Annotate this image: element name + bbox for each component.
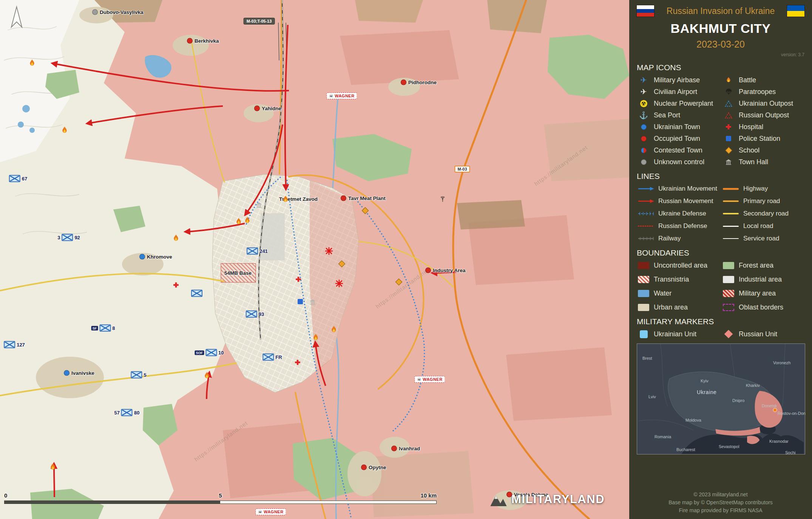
legend-label: School	[739, 146, 760, 154]
legend-label: Ukraine Defense	[658, 210, 706, 217]
legend-item-sea-port: ⚓Sea Port	[637, 111, 719, 119]
boundaries-grid: Uncontrolled areaForest areaTransnistria…	[637, 261, 804, 311]
legend-item-russian-unit: Russian Unit	[722, 330, 804, 338]
civilian-airport-icon: ✈	[637, 88, 650, 95]
nuclear-powerplant-icon: ☢	[637, 100, 650, 107]
map-area: https://militaryland.nethttps://military…	[0, 0, 629, 519]
legend-item-town-hall: Town Hall	[722, 158, 804, 166]
map-icons-heading: MAP ICONS	[637, 63, 804, 72]
brown-field	[457, 200, 525, 229]
legend-label: Ukrainian Town	[654, 123, 700, 131]
map-date: 2023-03-20	[637, 39, 804, 50]
boundaries-heading: BOUNDARIES	[637, 248, 804, 257]
page-title: Russian Invasion of Ukraine	[658, 6, 783, 16]
railway-icon	[637, 236, 655, 241]
transnistria-icon	[637, 276, 650, 283]
minimap-label: Kharkiv	[746, 383, 760, 388]
minimap-label: Romania	[655, 434, 671, 439]
legend-label: Railway	[658, 235, 681, 242]
uncontrolled-area-icon	[637, 262, 650, 269]
legend-item-secondary-road: Secondary road	[722, 209, 804, 218]
legend-label: Paratroopes	[739, 88, 776, 96]
secondary-road-icon	[722, 213, 740, 214]
legend-label: Transnistria	[654, 276, 689, 283]
unknown-control-icon	[637, 159, 650, 165]
military-markers-heading: MILITARY MARKERS	[637, 317, 804, 326]
oblast-borders-icon	[722, 304, 735, 311]
legend-label: Russian Unit	[739, 330, 777, 338]
legend-item-contested-town: Contested Town	[637, 146, 719, 154]
legend-item-ukrainian-unit: Ukrainian Unit	[637, 330, 719, 338]
legend-item-oblast-borders: Oblast borders	[722, 303, 804, 311]
legend-label: Civilian Airport	[654, 88, 697, 96]
russia-flag-icon	[637, 5, 654, 17]
legend-label: Unknown control	[654, 158, 704, 166]
legend-item-paratroopes: Paratroopes	[722, 88, 804, 96]
legend-item-nuclear-powerplant: ☢Nuclear Powerplant	[637, 99, 719, 108]
footer-credit: Base map by © OpenStreetMap contributors	[637, 499, 804, 507]
legend-item-russian-defense: Russian Defense	[637, 222, 719, 230]
minimap-label: Brest	[642, 356, 652, 360]
legend-label: Water	[654, 290, 672, 297]
scale-label-end: 10 km	[420, 492, 437, 499]
legend-item-ukrainian-movement: Ukrainian Movement	[637, 185, 719, 193]
urban-area-icon	[637, 304, 650, 311]
terrain-map	[0, 0, 629, 519]
scale-label-mid: 5	[219, 492, 222, 499]
map-scale-bar: 0 5 10 km	[4, 492, 437, 507]
legend-label: Police Station	[739, 135, 780, 143]
legend-label: Battle	[739, 76, 756, 84]
legend-item-local-road: Local road	[722, 222, 804, 230]
footer-credit: © 2023 militaryland.net	[637, 491, 804, 499]
russian-unit-icon	[722, 331, 735, 337]
russian-movement-icon	[637, 199, 655, 203]
minimap-label: Bucharest	[676, 447, 695, 452]
footer-credit: Fire map provided by FIRMS NASA	[637, 507, 804, 514]
legend-label: Russian Defense	[658, 222, 707, 230]
legend-label: Highway	[743, 185, 768, 193]
military-base-area	[221, 263, 256, 282]
ukrainian-unit-icon	[637, 330, 650, 338]
minimap-label: Sevastopol	[719, 444, 739, 449]
map-city-title: BAKHMUT CITY	[637, 21, 804, 36]
legend-label: Military Airbase	[654, 76, 700, 84]
legend-label: Town Hall	[739, 158, 768, 166]
russian-outpost-icon	[722, 112, 735, 119]
boundaries-section: BOUNDARIES Uncontrolled areaForest areaT…	[637, 243, 804, 311]
legend-item-russian-outpost: Russian Outpost	[722, 111, 804, 119]
ukrainian-town-icon	[637, 124, 650, 130]
military-airbase-icon: ✈	[637, 76, 650, 84]
lines-heading: LINES	[637, 172, 804, 181]
battle-icon	[722, 77, 735, 83]
legend-item-urban-area: Urban area	[637, 303, 719, 311]
legend-label: Hospital	[739, 123, 763, 131]
legend-label: Russian Movement	[658, 197, 713, 205]
minimap-label: Dnipro	[732, 398, 744, 403]
contested-town-icon	[637, 148, 650, 153]
minimap-label: Sochi	[785, 450, 796, 455]
legend-item-battle: Battle	[722, 76, 804, 84]
map-icons-section: MAP ICONS ✈Military AirbaseBattle✈Civili…	[637, 57, 804, 166]
legend-label: Contested Town	[654, 146, 702, 154]
legend-label: Oblast borders	[739, 303, 783, 311]
legend-item-police-station: Police Station	[722, 134, 804, 143]
legend-item-military-area: Military area	[722, 289, 804, 297]
legend-item-ukrainian-town: Ukrainian Town	[637, 123, 719, 131]
legend-item-russian-movement: Russian Movement	[637, 197, 719, 205]
ukrainian-outpost-icon	[722, 100, 735, 107]
legend-label: Nuclear Powerplant	[654, 100, 713, 108]
legend-label: Primary road	[743, 197, 780, 205]
legend-label: Local road	[743, 222, 773, 230]
minimap-label: Lviv	[648, 394, 656, 399]
lines-section: LINES Ukrainian MovementHighwayRussian M…	[637, 166, 804, 243]
credits: © 2023 militaryland.netBase map by © Ope…	[637, 487, 804, 514]
legend-label: Industrial area	[739, 276, 782, 283]
legend-item-ukraine-defense: Ukraine Defense	[637, 209, 719, 218]
minimap-label: Ukraine	[697, 389, 716, 395]
service-road-icon	[722, 238, 740, 239]
legend-label: Ukrainian Movement	[658, 185, 717, 193]
military-area-icon	[722, 290, 735, 297]
occupied-town-icon	[637, 136, 650, 142]
legend-item-primary-road: Primary road	[722, 197, 804, 205]
military-markers-grid: Ukrainian UnitRussian Unit	[637, 330, 804, 338]
